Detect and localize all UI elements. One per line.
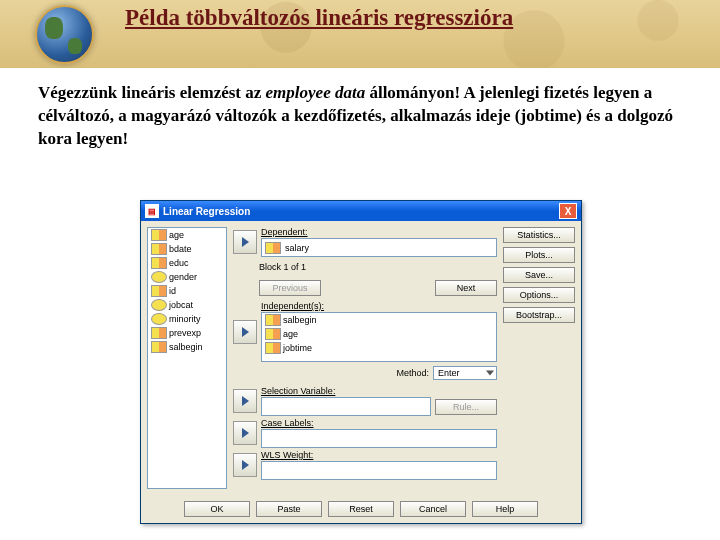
list-item: minority: [148, 312, 226, 326]
selection-var-label: Selection Variable:: [261, 386, 497, 396]
list-item: jobcat: [148, 298, 226, 312]
method-select[interactable]: Enter: [433, 366, 497, 380]
case-labels-label: Case Labels:: [261, 418, 497, 428]
scale-icon: [265, 314, 281, 326]
move-to-independent-button[interactable]: [233, 320, 257, 344]
nominal-icon: [151, 299, 167, 311]
globe-icon: [35, 5, 94, 64]
dialog-title-text: Linear Regression: [163, 206, 250, 217]
body-prefix: Végezzünk lineáris elemzést az: [38, 83, 266, 102]
reset-button[interactable]: Reset: [328, 501, 394, 517]
scale-icon: [265, 342, 281, 354]
help-button[interactable]: Help: [472, 501, 538, 517]
next-button[interactable]: Next: [435, 280, 497, 296]
independent-list[interactable]: salbegin age jobtime: [261, 312, 497, 362]
case-labels-field[interactable]: [261, 429, 497, 448]
linear-regression-dialog: ▤ Linear Regression X age bdate educ gen…: [140, 200, 582, 524]
dependent-label: Dependent:: [261, 227, 497, 237]
wls-weight-label: WLS Weight:: [261, 450, 497, 460]
move-to-selection-button[interactable]: [233, 389, 257, 413]
rule-button[interactable]: Rule...: [435, 399, 497, 415]
nominal-icon: [151, 271, 167, 283]
method-label: Method:: [396, 368, 429, 378]
plots-button[interactable]: Plots...: [503, 247, 575, 263]
options-button[interactable]: Options...: [503, 287, 575, 303]
move-to-dependent-button[interactable]: [233, 230, 257, 254]
scale-icon: [151, 229, 167, 241]
nominal-icon: [151, 313, 167, 325]
bootstrap-button[interactable]: Bootstrap...: [503, 307, 575, 323]
list-item: age: [148, 228, 226, 242]
slide-body: Végezzünk lineáris elemzést az employee …: [38, 82, 690, 151]
paste-button[interactable]: Paste: [256, 501, 322, 517]
move-to-caselabels-button[interactable]: [233, 421, 257, 445]
list-item: bdate: [148, 242, 226, 256]
save-button[interactable]: Save...: [503, 267, 575, 283]
dependent-value: salary: [285, 243, 309, 253]
statistics-button[interactable]: Statistics...: [503, 227, 575, 243]
move-to-wls-button[interactable]: [233, 453, 257, 477]
selection-var-field[interactable]: [261, 397, 431, 416]
cancel-button[interactable]: Cancel: [400, 501, 466, 517]
list-item: gender: [148, 270, 226, 284]
scale-icon: [151, 243, 167, 255]
scale-icon: [151, 257, 167, 269]
list-item: prevexp: [148, 326, 226, 340]
close-icon[interactable]: X: [559, 203, 577, 219]
independent-label: Independent(s):: [261, 301, 497, 311]
list-item: id: [148, 284, 226, 298]
body-em: employee data: [266, 83, 366, 102]
previous-button[interactable]: Previous: [259, 280, 321, 296]
list-item: educ: [148, 256, 226, 270]
scale-icon: [265, 328, 281, 340]
dependent-field[interactable]: salary: [261, 238, 497, 257]
scale-icon: [151, 327, 167, 339]
block-indicator: Block 1 of 1: [259, 262, 306, 272]
slide-title: Példa többváltozós lineáris regresszióra: [125, 4, 513, 33]
dialog-titlebar[interactable]: ▤ Linear Regression X: [141, 201, 581, 221]
wls-weight-field[interactable]: [261, 461, 497, 480]
scale-icon: [151, 285, 167, 297]
scale-icon: [265, 242, 281, 254]
list-item: salbegin: [148, 340, 226, 354]
scale-icon: [151, 341, 167, 353]
ok-button[interactable]: OK: [184, 501, 250, 517]
source-variable-list[interactable]: age bdate educ gender id jobcat minority…: [147, 227, 227, 489]
spss-icon: ▤: [145, 204, 159, 218]
